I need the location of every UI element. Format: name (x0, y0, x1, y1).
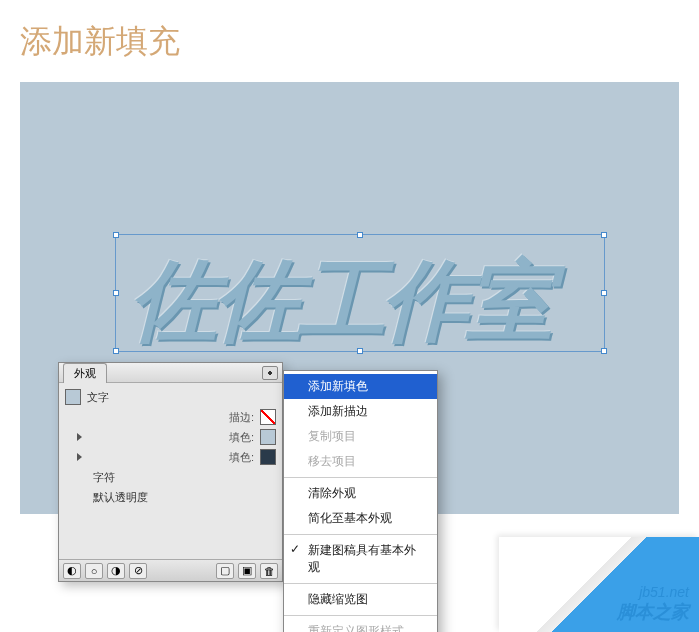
watermark: jb51.net 脚本之家 (617, 584, 689, 624)
handle-bot-left[interactable] (113, 348, 119, 354)
chevron-right-icon[interactable] (77, 453, 82, 461)
watermark-url: jb51.net (617, 584, 689, 600)
fx-icon[interactable]: ◑ (107, 563, 125, 579)
menu-item-0[interactable]: 添加新填色 (284, 374, 437, 399)
panel-row-opacity[interactable]: 默认透明度 (59, 487, 282, 507)
menu-item-8[interactable]: 新建图稿具有基本外观✓ (284, 538, 437, 580)
handle-bot-mid[interactable] (357, 348, 363, 354)
menu-item-5[interactable]: 清除外观 (284, 481, 437, 506)
type-swatch (65, 389, 81, 405)
handle-mid-right[interactable] (601, 290, 607, 296)
selection-bounds (115, 234, 605, 352)
handle-top-right[interactable] (601, 232, 607, 238)
fill2-label: 填色: (229, 450, 254, 465)
menu-item-12: 重新定义图形样式 (284, 619, 437, 632)
panel-context-menu: 添加新填色添加新描边复制项目移去项目清除外观简化至基本外观新建图稿具有基本外观✓… (283, 370, 438, 632)
panel-row-char[interactable]: 字符 (59, 467, 282, 487)
handle-top-left[interactable] (113, 232, 119, 238)
type-label: 文字 (87, 390, 109, 405)
menu-item-1[interactable]: 添加新描边 (284, 399, 437, 424)
handle-top-mid[interactable] (357, 232, 363, 238)
fill2-swatch[interactable] (260, 449, 276, 465)
appearance-panel[interactable]: 外观 文字 描边: 填色: 填色: 字符 默认透明度 ◐ ○ (58, 362, 283, 582)
new-fill-icon[interactable]: ◐ (63, 563, 81, 579)
panel-row-fill1[interactable]: 填色: (59, 427, 282, 447)
handle-bot-right[interactable] (601, 348, 607, 354)
opacity-label: 默认透明度 (93, 490, 148, 505)
handle-mid-left[interactable] (113, 290, 119, 296)
stroke-swatch[interactable] (260, 409, 276, 425)
duplicate-icon[interactable]: ▢ (216, 563, 234, 579)
panel-footer: ◐ ○ ◑ ⊘ ▢ ▣ 🗑 (59, 559, 282, 581)
menu-separator (284, 583, 437, 584)
menu-item-2: 复制项目 (284, 424, 437, 449)
fill1-swatch[interactable] (260, 429, 276, 445)
check-icon: ✓ (290, 542, 300, 556)
panel-row-fill2[interactable]: 填色: (59, 447, 282, 467)
char-label: 字符 (93, 470, 115, 485)
menu-separator (284, 615, 437, 616)
page-title: 添加新填充 (0, 0, 699, 74)
menu-separator (284, 534, 437, 535)
panel-body: 文字 描边: 填色: 填色: 字符 默认透明度 (59, 383, 282, 559)
trash-icon[interactable]: 🗑 (260, 563, 278, 579)
menu-item-10[interactable]: 隐藏缩览图 (284, 587, 437, 612)
panel-tab-appearance[interactable]: 外观 (63, 363, 107, 383)
fill1-label: 填色: (229, 430, 254, 445)
new-stroke-icon[interactable]: ○ (85, 563, 103, 579)
menu-item-6[interactable]: 简化至基本外观 (284, 506, 437, 531)
panel-menu-button[interactable] (262, 366, 278, 380)
panel-header[interactable]: 外观 (59, 363, 282, 383)
new-icon[interactable]: ▣ (238, 563, 256, 579)
menu-separator (284, 477, 437, 478)
chevron-right-icon[interactable] (77, 433, 82, 441)
clear-icon[interactable]: ⊘ (129, 563, 147, 579)
panel-row-type[interactable]: 文字 (59, 387, 282, 407)
watermark-name: 脚本之家 (617, 600, 689, 624)
stroke-label: 描边: (229, 410, 254, 425)
menu-item-3: 移去项目 (284, 449, 437, 474)
panel-row-stroke[interactable]: 描边: (59, 407, 282, 427)
